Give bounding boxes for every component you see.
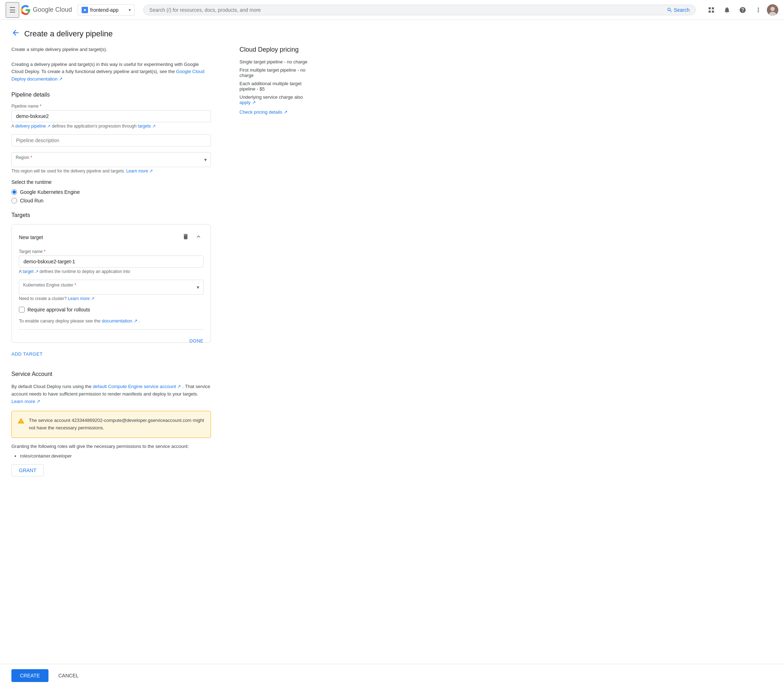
pipeline-name-hint: A delivery pipeline ↗ defines the applic… xyxy=(12,124,211,129)
card-divider xyxy=(19,329,204,330)
delete-icon xyxy=(182,233,189,240)
project-name: frontend-app xyxy=(90,7,127,13)
runtime-section-title: Select the runtime xyxy=(12,179,211,185)
cloud-run-radio-option[interactable]: Cloud Run xyxy=(12,198,211,204)
roles-list-item: roles/container.developer xyxy=(20,453,211,459)
targets-section: Targets New target xyxy=(12,212,211,360)
back-arrow-icon xyxy=(12,28,20,37)
pricing-section: Cloud Deploy pricing Single target pipel… xyxy=(240,46,309,115)
notification-button[interactable] xyxy=(720,3,734,17)
page-title: Create a delivery pipeline xyxy=(24,29,113,38)
delete-target-button[interactable] xyxy=(181,232,191,243)
target-name-label: Target name * xyxy=(19,249,204,254)
top-navigation: ☰ Google Cloud ■ frontend-app ▾ Search xyxy=(0,0,784,20)
search-bar[interactable]: Search xyxy=(143,5,695,15)
service-account-link[interactable]: default Compute Engine service account ↗ xyxy=(93,384,182,389)
pricing-item-underlying: Underlying service charge also apply ↗ xyxy=(240,94,309,105)
pipeline-details-title: Pipeline details xyxy=(12,92,211,98)
pipeline-description-field xyxy=(12,134,211,146)
pricing-item-2: First multiple target pipeline - no char… xyxy=(240,67,309,78)
region-field: Region * ▾ This region will be used for … xyxy=(12,152,211,174)
project-icon: ■ xyxy=(82,7,88,13)
add-target-button[interactable]: ADD TARGET xyxy=(12,348,43,360)
learn-more-sa-link[interactable]: Learn more ↗ xyxy=(12,399,40,404)
k8s-cluster-select[interactable] xyxy=(19,280,204,295)
require-approval-checkbox[interactable] xyxy=(19,307,25,312)
search-input[interactable] xyxy=(149,7,667,13)
grid-icon xyxy=(708,7,715,13)
target-name-input[interactable] xyxy=(19,255,204,268)
expand-less-icon xyxy=(195,233,202,240)
new-target-title: New target xyxy=(19,235,43,240)
pricing-item-3: Each additional multiple target pipeline… xyxy=(240,81,309,92)
cloud-run-radio-input[interactable] xyxy=(12,198,17,204)
k8s-cluster-hint: Need to create a cluster? Learn more ↗ xyxy=(19,296,204,301)
desc-line1: Create a simple delivery pipeline and ta… xyxy=(12,46,211,53)
project-selector[interactable]: ■ frontend-app ▾ xyxy=(78,4,135,16)
desc-line2: Creating a delivery pipeline and target(… xyxy=(12,61,211,83)
k8s-cluster-select-wrapper: Kubernetes Engine cluster * ▾ xyxy=(19,280,204,295)
target-link[interactable]: target ↗ xyxy=(23,269,39,274)
help-button[interactable] xyxy=(736,3,750,17)
require-approval-field: Require approval for rollouts xyxy=(19,307,204,312)
search-button[interactable]: Search xyxy=(667,7,690,13)
gke-radio-option[interactable]: Google Kubernetes Engine xyxy=(12,189,211,195)
logo-text: Google Cloud xyxy=(33,6,72,13)
require-approval-option[interactable]: Require approval for rollouts xyxy=(19,307,204,312)
main-content: Create a delivery pipeline Create a simp… xyxy=(0,20,321,505)
target-name-field: Target name * A target ↗ defines the run… xyxy=(19,249,204,274)
learn-more-region-link[interactable]: Learn more ↗ xyxy=(126,169,153,174)
check-pricing-link[interactable]: Check pricing details ↗ xyxy=(240,109,309,115)
hamburger-menu[interactable]: ☰ xyxy=(6,2,19,18)
search-label: Search xyxy=(674,7,690,13)
apply-link[interactable]: apply ↗ xyxy=(240,100,256,105)
left-column: Create a simple delivery pipeline and ta… xyxy=(12,46,211,477)
two-column-layout: Create a simple delivery pipeline and ta… xyxy=(12,46,309,477)
warning-message: The service account 423344869202-compute… xyxy=(29,417,205,432)
new-target-card: New target xyxy=(12,224,211,343)
region-select[interactable] xyxy=(12,152,211,167)
gke-radio-label: Google Kubernetes Engine xyxy=(20,189,80,195)
pricing-title: Cloud Deploy pricing xyxy=(240,46,309,53)
page-header: Create a delivery pipeline xyxy=(12,28,309,39)
nav-icons xyxy=(704,3,778,17)
target-name-required: * xyxy=(44,249,46,254)
k8s-cluster-field: Kubernetes Engine cluster * ▾ Need to cr… xyxy=(19,280,204,301)
svg-point-1 xyxy=(771,7,775,11)
warning-icon xyxy=(18,417,25,432)
runtime-selection: Select the runtime Google Kubernetes Eng… xyxy=(12,179,211,204)
grid-icon-button[interactable] xyxy=(704,3,718,17)
canary-documentation-link[interactable]: documentation ↗ xyxy=(102,318,139,324)
roles-description: Granting the following roles will give t… xyxy=(12,444,211,449)
gke-radio-input[interactable] xyxy=(12,189,17,195)
pipeline-description-input[interactable] xyxy=(12,134,211,146)
target-card-header: New target xyxy=(19,232,204,243)
delivery-pipeline-link[interactable]: delivery pipeline ↗ xyxy=(15,124,52,129)
learn-more-cluster-link[interactable]: Learn more ↗ xyxy=(68,296,94,301)
service-account-description: By default Cloud Deploy runs using the d… xyxy=(12,383,211,405)
help-icon xyxy=(739,7,746,13)
service-account-title: Service Account xyxy=(12,371,211,377)
roles-list: roles/container.developer xyxy=(20,453,211,459)
target-card-actions xyxy=(181,232,204,243)
triangle-warning-icon xyxy=(18,417,25,424)
cloud-run-radio-label: Cloud Run xyxy=(20,198,43,204)
pipeline-name-field: Pipeline name * A delivery pipeline ↗ de… xyxy=(12,104,211,129)
pipeline-details-section: Pipeline details Pipeline name * A deliv… xyxy=(12,92,211,204)
targets-link[interactable]: targets ↗ xyxy=(138,124,156,129)
require-approval-label: Require approval for rollouts xyxy=(28,307,90,312)
page-description: Create a simple delivery pipeline and ta… xyxy=(12,46,211,83)
grant-button[interactable]: GRANT xyxy=(12,464,44,477)
bell-icon xyxy=(723,7,731,13)
user-avatar[interactable] xyxy=(767,4,778,16)
collapse-target-button[interactable] xyxy=(194,232,204,243)
required-indicator: * xyxy=(39,104,41,108)
more-options-button[interactable] xyxy=(751,3,766,17)
pipeline-name-input[interactable] xyxy=(12,110,211,122)
canary-hint: To enable canary deploy please see the d… xyxy=(19,318,204,324)
target-name-hint: A target ↗ defines the runtime to deploy… xyxy=(19,269,204,274)
google-cloud-logo: Google Cloud xyxy=(21,5,72,15)
back-button[interactable] xyxy=(12,28,20,39)
google-logo-icon xyxy=(21,5,31,15)
done-button[interactable]: DONE xyxy=(189,338,204,344)
